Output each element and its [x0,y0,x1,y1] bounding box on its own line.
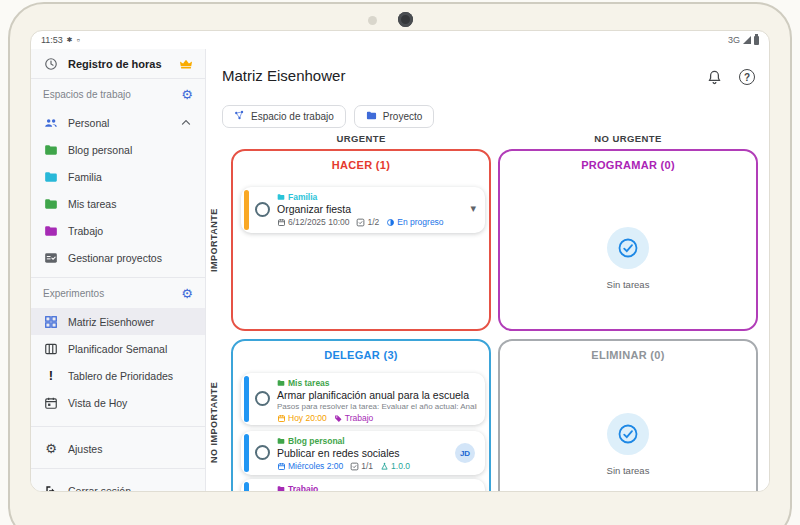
sidebar-item-blog-personal[interactable]: Blog personal [31,136,205,163]
sidebar-item-label: Tablero de Prioridades [68,370,173,382]
main-content: Matriz Eisenhower ? Espacio de trabajo [206,49,769,491]
sidebar-item-label: Vista de Hoy [68,397,127,409]
signal-icon [743,36,751,44]
task-status: En progreso [386,217,443,227]
check-circle-icon [607,413,649,455]
folder-icon [277,485,285,492]
notification-dot-icon: ✱ [67,36,73,44]
calendar-icon [277,414,286,423]
app-title: Registro de horas [68,58,162,70]
clock-time: 11:53 [41,35,63,45]
assignee-avatar[interactable]: JD [455,443,475,463]
task-checkbox[interactable] [255,202,270,217]
sidebar-item-personal[interactable]: Personal [31,109,205,136]
matrix-grid-icon [43,314,59,330]
task-due: Miércoles 2:00 [277,461,343,471]
project-button-label: Proyecto [383,111,422,122]
sidebar-item-tablero-prioridades[interactable]: ! Tablero de Prioridades [31,362,205,389]
experiments-section-header: Experimentos ⚙ [31,278,205,308]
folder-icon [277,193,285,201]
quadrant-eliminar: ELIMINAR (0) Sin tareas [498,339,758,492]
column-header-urgente: URGENTE [231,133,491,144]
task-project: Familia [288,192,317,202]
task-project: Blog personal [288,436,345,446]
sidebar-item-label: Gestionar proyectos [68,252,162,264]
sidebar-item-label: Blog personal [68,144,132,156]
sidebar-item-matriz-eisenhower[interactable]: Matriz Eisenhower [31,308,205,335]
task-card-armar-planificacion[interactable]: Mis tareas Armar planificación anual par… [241,373,485,425]
quadrant-delegar: DELEGAR (3) Mis tareas Armar planificaci… [231,339,491,492]
app-home-button[interactable]: Registro de horas [31,49,205,79]
app-screen: 11:53 ✱ ▫ 3G Registro de horas [30,30,770,492]
week-columns-icon [43,341,59,357]
notifications-bell-icon[interactable] [706,69,723,86]
quadrant-title: HACER (1) [233,159,489,171]
front-camera [398,12,413,27]
task-checklist-count: 1/2 [356,217,379,227]
task-title: Publicar en redes sociales [277,447,400,459]
sidebar-item-familia[interactable]: Familia [31,163,205,190]
calendar-icon [277,218,286,227]
status-bar: 11:53 ✱ ▫ 3G [31,31,769,49]
row-label-no-importante: NO IMPORTANTE [206,339,222,492]
quadrant-title: ELIMINAR (0) [500,349,756,361]
workspace-button[interactable]: Espacio de trabajo [222,105,346,128]
quadrant-programar: PROGRAMAR (0) Sin tareas [498,149,758,331]
task-checklist-count: 1/1 [350,461,373,471]
filter-chips: Espacio de trabajo Proyecto [222,105,434,128]
check-circle-icon [607,227,649,269]
sidebar-item-ajustes[interactable]: ⚙ Ajustes [31,435,205,462]
workspaces-label: Espacios de trabajo [43,89,131,100]
task-accent-bar [244,434,249,472]
task-due: 6/12/2025 10:00 [277,217,349,227]
priority-exclamation-icon: ! [43,368,59,383]
task-checkbox[interactable] [255,445,270,460]
task-card-reunion-avances[interactable]: Trabajo Reunión de avances Miércoles 13:… [241,479,485,492]
empty-state: Sin tareas [500,413,756,476]
premium-crown-icon [179,57,193,71]
sidebar-item-label: Cerrar sesión [68,485,131,493]
workspace-button-label: Espacio de trabajo [251,111,334,122]
task-card-publicar-redes[interactable]: Blog personal Publicar en redes sociales… [241,431,485,475]
folder-icon [277,379,285,387]
sidebar-item-mis-tareas[interactable]: Mis tareas [31,190,205,217]
hub-icon [234,110,245,123]
chevron-up-icon[interactable] [179,116,193,130]
experiments-settings-gear-icon[interactable]: ⚙ [181,287,193,300]
sidebar-item-label: Trabajo [68,225,103,237]
sidebar-item-vista-de-hoy[interactable]: Vista de Hoy [31,389,205,416]
task-accent-bar [244,482,249,492]
help-icon[interactable]: ? [739,69,756,86]
task-tag: Trabajo [334,413,374,423]
folder-icon [43,169,59,185]
tag-icon [334,414,343,423]
sidebar-item-cerrar-sesion[interactable]: Cerrar sesión [31,477,205,492]
task-project: Trabajo [288,484,318,492]
task-checkbox[interactable] [255,391,270,406]
sidebar: Registro de horas Espacios de trabajo ⚙ … [31,49,206,491]
checklist-icon [350,462,359,471]
page-title: Matriz Eisenhower [222,67,345,84]
expand-caret-icon[interactable]: ▾ [470,202,476,215]
quadrant-title: DELEGAR (3) [233,349,489,361]
sidebar-item-label: Mis tareas [68,198,116,210]
tablet-bezel: 11:53 ✱ ▫ 3G Registro de horas [8,2,792,525]
task-due: Hoy 20:00 [277,413,327,423]
task-project: Mis tareas [288,378,330,388]
workspaces-settings-gear-icon[interactable]: ⚙ [181,88,193,101]
folder-icon [43,223,59,239]
sidebar-item-label: Personal [68,117,109,129]
sidebar-item-planificador-semanal[interactable]: Planificador Semanal [31,335,205,362]
empty-state: Sin tareas [500,227,756,290]
logout-icon [43,483,59,493]
sidebar-item-label: Ajustes [68,443,102,455]
sidebar-item-trabajo[interactable]: Trabajo [31,217,205,244]
row-label-importante: IMPORTANTE [206,149,222,331]
ambient-sensor [368,16,377,25]
screenshot-icon: ▫ [77,35,80,45]
sidebar-item-gestionar-proyectos[interactable]: Gestionar proyectos [31,244,205,271]
sidebar-item-label: Familia [68,171,102,183]
project-button[interactable]: Proyecto [354,105,434,128]
task-card-organizar-fiesta[interactable]: Familia Organizar fiesta 6/12/2025 10:00… [241,187,485,233]
task-title: Organizar fiesta [277,203,351,215]
